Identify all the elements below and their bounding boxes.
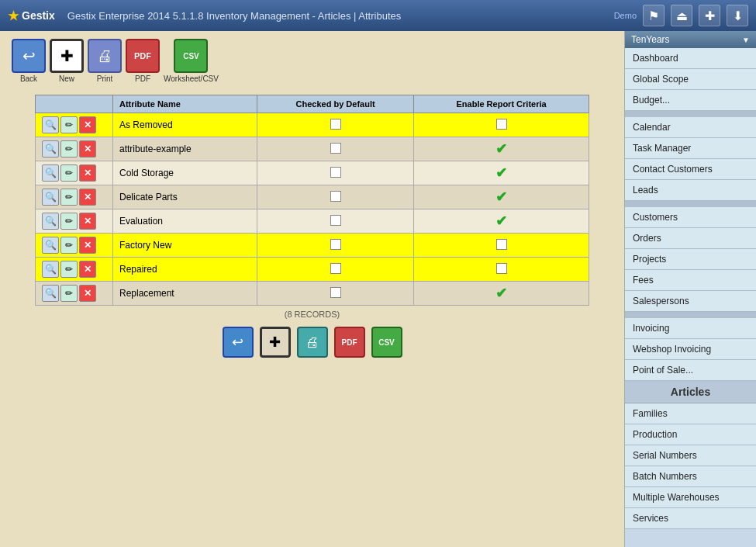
checkmark-icon: ✔ (495, 286, 507, 301)
col-checked-default: Checked by Default (257, 95, 414, 113)
sidebar-item-webshop-invoicing[interactable]: Webshop Invoicing (625, 339, 756, 360)
empty-checkbox[interactable] (330, 263, 341, 274)
view-btn[interactable]: 🔍 (42, 213, 59, 230)
csv-button[interactable]: CSV Worksheet/CSV (164, 39, 219, 83)
enable-report-cell[interactable]: ✔ (414, 137, 589, 161)
sidebar-item-production[interactable]: Production (625, 424, 756, 445)
flag-icon-btn[interactable]: ⚑ (643, 5, 665, 26)
star-icon: ★ (8, 9, 19, 23)
sidebar-item-dashboard[interactable]: Dashboard (625, 48, 756, 69)
enable-report-cell[interactable] (414, 234, 589, 258)
sidebar-item-projects[interactable]: Projects (625, 249, 756, 270)
edit-btn[interactable]: ✏ (60, 285, 78, 302)
edit-btn[interactable]: ✏ (60, 140, 78, 158)
empty-checkbox[interactable] (330, 143, 341, 154)
view-btn[interactable]: 🔍 (42, 116, 59, 133)
view-btn[interactable]: 🔍 (42, 140, 59, 158)
download-btn[interactable]: ⬇ (727, 5, 748, 26)
table-row-actions: 🔍 ✏ ✕ (36, 185, 113, 209)
edit-btn[interactable]: ✏ (60, 116, 78, 133)
enable-report-cell[interactable]: ✔ (414, 161, 589, 185)
sidebar-item-budget...[interactable]: Budget... (625, 90, 756, 111)
bottom-back-btn[interactable]: ↩ (223, 327, 254, 358)
edit-btn[interactable]: ✏ (60, 261, 78, 278)
checked-default-cell[interactable] (257, 209, 414, 234)
bottom-new-btn[interactable]: ✚ (260, 327, 291, 358)
view-btn[interactable]: 🔍 (42, 237, 59, 254)
table-row-actions: 🔍 ✏ ✕ (36, 258, 113, 282)
articles-section-label: Articles (625, 381, 756, 403)
period-dropdown-arrow[interactable]: ▼ (742, 36, 750, 44)
back-button[interactable]: ↩ Back (12, 39, 46, 83)
print-button[interactable]: 🖨 Print (88, 39, 122, 83)
attributes-table: Attribute Name Checked by Default Enable… (35, 95, 589, 306)
sidebar-item-leads[interactable]: Leads (625, 180, 756, 201)
pdf-button[interactable]: PDF PDF (126, 39, 160, 83)
checked-default-cell[interactable] (257, 282, 414, 306)
empty-checkbox[interactable] (330, 215, 341, 226)
bottom-print-btn[interactable]: 🖨 (297, 327, 328, 358)
sidebar-item-customers[interactable]: Customers (625, 207, 756, 228)
edit-btn[interactable]: ✏ (60, 237, 78, 254)
empty-checkbox[interactable] (496, 119, 507, 130)
sidebar-item-batch-numbers[interactable]: Batch Numbers (625, 466, 756, 487)
delete-btn[interactable]: ✕ (79, 140, 96, 158)
empty-checkbox[interactable] (496, 263, 507, 274)
checkmark-icon: ✔ (495, 213, 507, 229)
sidebar-item-multiple-warehouses[interactable]: Multiple Warehouses (625, 487, 756, 508)
empty-checkbox[interactable] (330, 191, 341, 202)
content-area: ↩ Back ✚ New 🖨 Print PDF PDF CSV Workshe… (0, 31, 624, 547)
empty-checkbox[interactable] (330, 239, 341, 250)
delete-btn[interactable]: ✕ (79, 116, 96, 133)
delete-btn[interactable]: ✕ (79, 237, 96, 254)
checked-default-cell[interactable] (257, 185, 414, 209)
sidebar-item-salespersons[interactable]: Salespersons (625, 291, 756, 312)
checked-default-cell[interactable] (257, 137, 414, 161)
sidebar-item-orders[interactable]: Orders (625, 228, 756, 249)
sidebar-item-families[interactable]: Families (625, 403, 756, 424)
delete-btn[interactable]: ✕ (79, 164, 96, 182)
enable-report-cell[interactable]: ✔ (414, 185, 589, 209)
logout-btn[interactable]: ⏏ (671, 5, 692, 26)
sidebar-item-fees[interactable]: Fees (625, 270, 756, 291)
sidebar-item-point-of-sale...[interactable]: Point of Sale... (625, 360, 756, 381)
table-row-actions: 🔍 ✏ ✕ (36, 209, 113, 234)
attribute-name-cell: Repaired (113, 258, 257, 282)
view-btn[interactable]: 🔍 (42, 261, 59, 278)
checked-default-cell[interactable] (257, 161, 414, 185)
attribute-name-cell: Evaluation (113, 209, 257, 234)
empty-checkbox[interactable] (496, 239, 507, 250)
sidebar-item-task-manager[interactable]: Task Manager (625, 138, 756, 159)
delete-btn[interactable]: ✕ (79, 213, 96, 230)
view-btn[interactable]: 🔍 (42, 285, 59, 302)
sidebar-item-serial-numbers[interactable]: Serial Numbers (625, 445, 756, 466)
enable-report-cell[interactable] (414, 258, 589, 282)
edit-btn[interactable]: ✏ (60, 189, 78, 206)
enable-report-cell[interactable] (414, 113, 589, 137)
enable-report-cell[interactable]: ✔ (414, 209, 589, 234)
sidebar-item-calendar[interactable]: Calendar (625, 117, 756, 138)
checked-default-cell[interactable] (257, 234, 414, 258)
view-btn[interactable]: 🔍 (42, 164, 59, 182)
bottom-csv-btn[interactable]: CSV (371, 327, 402, 358)
checked-default-cell[interactable] (257, 113, 414, 137)
delete-btn[interactable]: ✕ (79, 285, 96, 302)
enable-report-cell[interactable]: ✔ (414, 282, 589, 306)
sidebar-item-invoicing[interactable]: Invoicing (625, 318, 756, 339)
checked-default-cell[interactable] (257, 258, 414, 282)
new-button[interactable]: ✚ New (50, 39, 84, 83)
empty-checkbox[interactable] (330, 167, 341, 178)
empty-checkbox[interactable] (330, 119, 341, 130)
delete-btn[interactable]: ✕ (79, 261, 96, 278)
edit-btn[interactable]: ✏ (60, 213, 78, 230)
sidebar-item-global-scope[interactable]: Global Scope (625, 69, 756, 90)
edit-btn[interactable]: ✏ (60, 164, 78, 182)
sidebar-item-contact-customers[interactable]: Contact Customers (625, 159, 756, 180)
view-btn[interactable]: 🔍 (42, 189, 59, 206)
delete-btn[interactable]: ✕ (79, 189, 96, 206)
empty-checkbox[interactable] (330, 287, 341, 298)
demo-label: Demo (614, 11, 637, 20)
bottom-pdf-btn[interactable]: PDF (334, 327, 365, 358)
add-top-btn[interactable]: ✚ (699, 5, 720, 26)
sidebar-item-services[interactable]: Services (625, 508, 756, 529)
